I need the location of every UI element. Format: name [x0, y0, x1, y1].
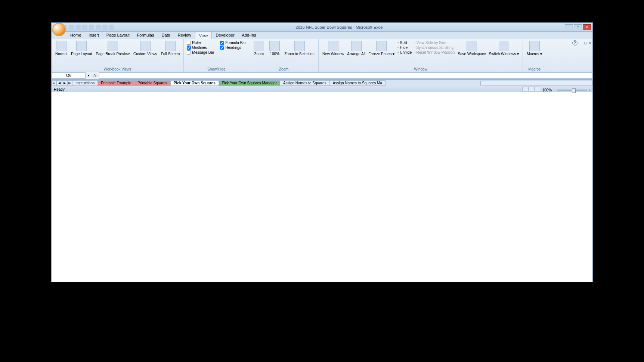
zoom-level[interactable]: 100%	[542, 88, 552, 92]
minimize-ribbon-icon[interactable]: _	[581, 41, 583, 45]
ribbon-hide[interactable]: ▫ Hide	[397, 46, 412, 50]
check-gridlines[interactable]: Gridlines	[187, 46, 214, 50]
name-box-dropdown-icon[interactable]: ▼	[86, 74, 91, 77]
ribbon-tab-add-ins[interactable]: Add-Ins	[238, 32, 260, 39]
ribbon-full-screen-button[interactable]: Full Screen	[160, 40, 182, 57]
check-formula-bar[interactable]: Formula Bar	[220, 41, 246, 45]
ribbon-view-side-by-side: ▫ View Side by Side	[414, 41, 455, 45]
ribbon-macros--button[interactable]: Macros ▾	[525, 40, 544, 57]
close-button[interactable]: ✕	[583, 24, 591, 30]
group-label: Workbook Views	[54, 67, 181, 72]
ribbon-unhide[interactable]: ▫ Unhide	[397, 50, 412, 54]
ribbon-arrange-all-button[interactable]: Arrange All	[346, 40, 367, 57]
maximize-button[interactable]: □	[574, 24, 582, 30]
ribbon-switch-windows--button[interactable]: Switch Windows ▾	[487, 40, 521, 57]
qat-icon[interactable]	[102, 25, 108, 30]
ribbon-synchronous-scrolling: ▫ Synchronous Scrolling	[414, 46, 455, 50]
zoom-in-icon[interactable]: +	[588, 88, 590, 92]
zoom-out-icon[interactable]: −	[554, 88, 556, 92]
ribbon-page-break-preview-button[interactable]: Page Break Preview	[94, 40, 131, 57]
formula-bar: O6 ▼ fx	[52, 72, 592, 79]
name-box[interactable]: O6	[52, 72, 86, 79]
ribbon-custom-views-button[interactable]: Custom Views	[132, 40, 159, 57]
minimize-button[interactable]: _	[565, 24, 573, 30]
ribbon-tab-developer[interactable]: Developer	[212, 32, 238, 39]
status-ready: Ready	[54, 87, 65, 91]
ribbon-tab-view[interactable]: View	[195, 32, 212, 39]
window-title: 2016 NFL Super Bowl Squares - Microsoft …	[114, 25, 565, 29]
qat-icon[interactable]	[96, 25, 101, 30]
normal-view-icon[interactable]	[522, 87, 528, 91]
ribbon-freeze-panes--button[interactable]: Freeze Panes ▾	[367, 40, 396, 57]
fx-icon[interactable]: fx	[91, 74, 99, 78]
ribbon-tab-formulas[interactable]: Formulas	[133, 32, 158, 39]
ribbon-zoom-button[interactable]: Zoom	[251, 40, 266, 57]
sheet-tab-instructions[interactable]: Instructions	[72, 80, 98, 86]
group-label: Macros	[525, 67, 544, 72]
ribbon-normal-button[interactable]: Normal	[54, 40, 69, 57]
sheet-tab-assign-names-to-squares[interactable]: Assign Names to Squares	[280, 80, 330, 86]
ribbon-tab-review[interactable]: Review	[174, 32, 195, 39]
qat-undo-icon[interactable]	[69, 25, 74, 30]
page-layout-view-icon[interactable]	[528, 87, 534, 91]
help-icon[interactable]: ?	[572, 40, 578, 46]
group-label: Zoom	[251, 67, 316, 72]
ribbon-tab-home[interactable]: Home	[66, 32, 85, 39]
tab-nav-prev-icon[interactable]: ◀	[57, 80, 62, 86]
check-headings[interactable]: Headings	[220, 46, 246, 50]
tab-nav-first-icon[interactable]: ⏮	[52, 80, 57, 86]
tab-nav-last-icon[interactable]: ⏭	[67, 80, 72, 86]
tab-nav-next-icon[interactable]: ▶	[62, 80, 67, 86]
office-button[interactable]	[52, 23, 66, 36]
sheet-tab-printable-example[interactable]: Printable Example	[97, 80, 134, 86]
ribbon-split[interactable]: ▫ Split	[397, 41, 412, 45]
ribbon-zoom-to-selection-button[interactable]: Zoom to Selection	[283, 40, 316, 57]
ribbon-new-window-button[interactable]: New Window	[321, 40, 346, 57]
check-message-bar[interactable]: Message Bar	[187, 50, 214, 54]
sheet-tab-printable-squares[interactable]: Printable Squares	[134, 80, 171, 86]
sheet-tab-pick-your-own-squares-manager[interactable]: Pick Your Own Squares Manager	[219, 80, 280, 86]
ribbon: NormalPage LayoutPage Break PreviewCusto…	[52, 39, 592, 72]
title-bar: 2016 NFL Super Bowl Squares - Microsoft …	[52, 23, 592, 32]
close-workbook-icon[interactable]: ✕	[588, 41, 591, 45]
formula-input[interactable]	[99, 72, 592, 79]
check-ruler[interactable]: Ruler	[187, 41, 214, 45]
sheet-tabs: ⏮ ◀ ▶ ⏭ InstructionsPrintable ExamplePri…	[52, 79, 592, 86]
restore-window-icon[interactable]: □	[584, 41, 587, 45]
ribbon-tabs: HomeInsertPage LayoutFormulasDataReviewV…	[52, 32, 592, 39]
ribbon-save-workspace-button[interactable]: Save Workspace	[456, 40, 487, 57]
ribbon-100--button[interactable]: 100%	[267, 40, 282, 57]
ribbon-reset-window-position: ▫ Reset Window Position	[414, 50, 455, 54]
qat-icon[interactable]	[89, 25, 94, 30]
ribbon-tab-page-layout[interactable]: Page Layout	[103, 32, 133, 39]
ribbon-tab-data[interactable]: Data	[158, 32, 174, 39]
status-bar: Ready 100% − +	[52, 86, 592, 92]
qat-icon[interactable]	[109, 25, 114, 30]
ribbon-tab-insert[interactable]: Insert	[85, 32, 103, 39]
group-label: Window	[321, 67, 520, 72]
horizontal-scrollbar[interactable]	[480, 81, 592, 85]
sheet-tab-pick-your-own-squares[interactable]: Pick Your Own Squares	[170, 80, 219, 86]
zoom-slider[interactable]	[557, 90, 587, 91]
page-break-view-icon[interactable]	[534, 87, 540, 91]
ribbon-page-layout-button[interactable]: Page Layout	[69, 40, 93, 57]
group-label: Show/Hide	[186, 67, 247, 72]
qat-redo-icon[interactable]	[75, 25, 81, 30]
sheet-tab-assign-names-to-squares-ma[interactable]: Assign Names to Squares Ma	[329, 80, 386, 86]
qat-icon[interactable]	[82, 25, 87, 30]
